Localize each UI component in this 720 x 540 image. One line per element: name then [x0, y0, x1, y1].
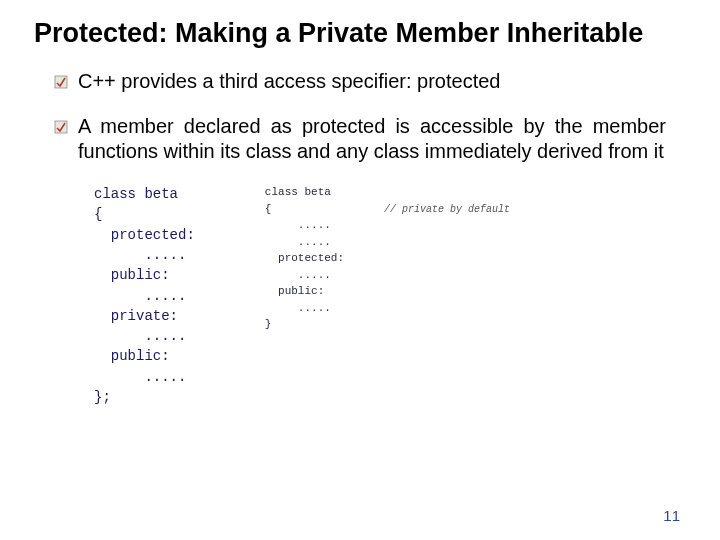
svg-rect-1 — [55, 121, 67, 133]
code-block-right: class beta { ..... ..... protected: ....… — [265, 184, 344, 333]
code-block-right-wrap: class beta { ..... ..... protected: ....… — [265, 184, 510, 333]
list-item: C++ provides a third access specifier: p… — [54, 69, 666, 94]
page-title: Protected: Making a Private Member Inher… — [34, 18, 686, 49]
slide: Protected: Making a Private Member Inher… — [0, 0, 720, 540]
code-examples: class beta { protected: ..... public: ..… — [94, 184, 656, 407]
bullet-text: A member declared as protected is access… — [78, 114, 666, 164]
bullet-text: C++ provides a third access specifier: p… — [78, 69, 500, 94]
bullet-list: C++ provides a third access specifier: p… — [54, 69, 666, 164]
code-block-left: class beta { protected: ..... public: ..… — [94, 184, 195, 407]
code-comment: // private by default — [384, 204, 510, 215]
bullet-icon — [54, 120, 68, 134]
list-item: A member declared as protected is access… — [54, 114, 666, 164]
bullet-icon — [54, 75, 68, 89]
page-number: 11 — [663, 507, 680, 524]
svg-rect-0 — [55, 76, 67, 88]
